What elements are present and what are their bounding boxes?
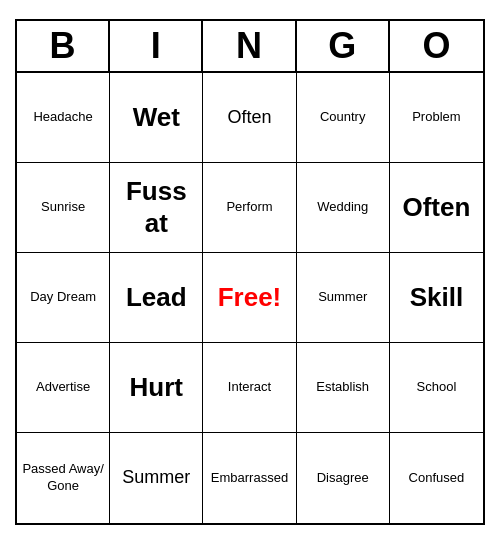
bingo-cell-3-2: Interact — [203, 343, 296, 433]
cell-text: Advertise — [36, 379, 90, 396]
bingo-cell-2-2: Free! — [203, 253, 296, 343]
cell-text: Hurt — [130, 372, 183, 403]
cell-text: Often — [227, 106, 271, 129]
bingo-cell-0-0: Headache — [17, 73, 110, 163]
cell-text: Summer — [122, 466, 190, 489]
bingo-cell-4-4: Confused — [390, 433, 483, 523]
cell-text: Fuss at — [114, 176, 198, 238]
bingo-cell-4-1: Summer — [110, 433, 203, 523]
bingo-cell-3-1: Hurt — [110, 343, 203, 433]
bingo-cell-1-3: Wedding — [297, 163, 390, 253]
bingo-cell-3-3: Establish — [297, 343, 390, 433]
bingo-cell-1-0: Sunrise — [17, 163, 110, 253]
cell-text: Establish — [316, 379, 369, 396]
cell-text: Embarrassed — [211, 470, 288, 487]
bingo-cell-1-1: Fuss at — [110, 163, 203, 253]
header-letter: O — [390, 21, 483, 71]
bingo-cell-0-2: Often — [203, 73, 296, 163]
cell-text: Sunrise — [41, 199, 85, 216]
cell-text: Free! — [218, 282, 282, 313]
cell-text: Disagree — [317, 470, 369, 487]
cell-text: Country — [320, 109, 366, 126]
bingo-cell-1-4: Often — [390, 163, 483, 253]
header-letter: B — [17, 21, 110, 71]
cell-text: School — [417, 379, 457, 396]
cell-text: Wet — [133, 102, 180, 133]
bingo-cell-1-2: Perform — [203, 163, 296, 253]
bingo-cell-2-3: Summer — [297, 253, 390, 343]
bingo-cell-4-3: Disagree — [297, 433, 390, 523]
bingo-cell-2-4: Skill — [390, 253, 483, 343]
bingo-cell-4-2: Embarrassed — [203, 433, 296, 523]
header-letter: I — [110, 21, 203, 71]
bingo-cell-0-4: Problem — [390, 73, 483, 163]
cell-text: Skill — [410, 282, 463, 313]
cell-text: Lead — [126, 282, 187, 313]
bingo-cell-4-0: Passed Away/ Gone — [17, 433, 110, 523]
bingo-grid: HeadacheWetOftenCountryProblemSunriseFus… — [17, 73, 483, 523]
bingo-cell-2-0: Day Dream — [17, 253, 110, 343]
header-letter: G — [297, 21, 390, 71]
bingo-header: BINGO — [17, 21, 483, 73]
bingo-cell-0-1: Wet — [110, 73, 203, 163]
cell-text: Day Dream — [30, 289, 96, 306]
cell-text: Summer — [318, 289, 367, 306]
bingo-cell-0-3: Country — [297, 73, 390, 163]
cell-text: Perform — [226, 199, 272, 216]
bingo-cell-3-0: Advertise — [17, 343, 110, 433]
cell-text: Problem — [412, 109, 460, 126]
cell-text: Confused — [409, 470, 465, 487]
cell-text: Passed Away/ Gone — [21, 461, 105, 495]
cell-text: Interact — [228, 379, 271, 396]
cell-text: Headache — [33, 109, 92, 126]
bingo-cell-2-1: Lead — [110, 253, 203, 343]
bingo-cell-3-4: School — [390, 343, 483, 433]
cell-text: Often — [402, 192, 470, 223]
header-letter: N — [203, 21, 296, 71]
cell-text: Wedding — [317, 199, 368, 216]
bingo-card: BINGO HeadacheWetOftenCountryProblemSunr… — [15, 19, 485, 525]
